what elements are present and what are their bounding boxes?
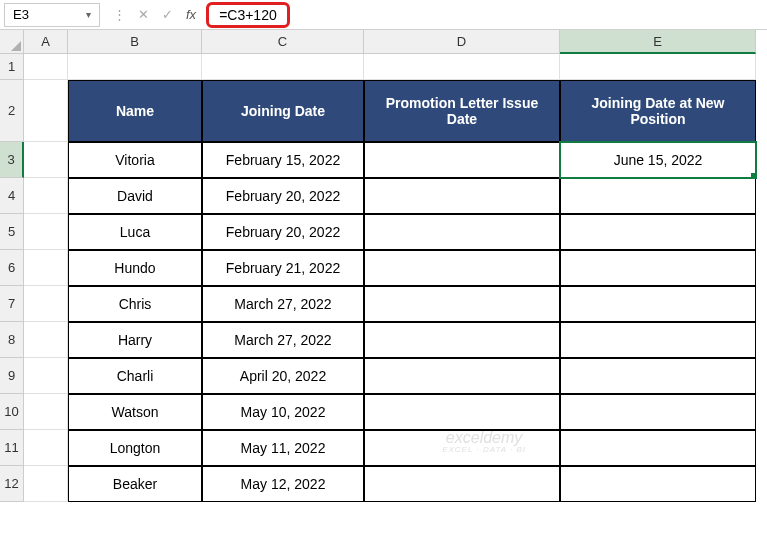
- cells-area: Name Joining Date Promotion Letter Issue…: [24, 54, 756, 502]
- fx-icon[interactable]: fx: [186, 7, 196, 22]
- row-header[interactable]: 2: [0, 80, 24, 142]
- table-cell-new-position[interactable]: [560, 250, 756, 286]
- table-cell-joining[interactable]: May 11, 2022: [202, 430, 364, 466]
- select-all-corner[interactable]: [0, 30, 24, 54]
- name-box[interactable]: E3 ▾: [4, 3, 100, 27]
- col-header-e[interactable]: E: [560, 30, 756, 54]
- table-cell-name[interactable]: Vitoria: [68, 142, 202, 178]
- table-cell-promotion[interactable]: [364, 322, 560, 358]
- table-cell-promotion[interactable]: [364, 466, 560, 502]
- table-cell-joining[interactable]: May 12, 2022: [202, 466, 364, 502]
- row-header[interactable]: 3: [0, 142, 24, 178]
- cell[interactable]: [364, 54, 560, 80]
- table-cell-promotion[interactable]: [364, 142, 560, 178]
- table-cell-promotion[interactable]: [364, 430, 560, 466]
- cell[interactable]: [24, 358, 68, 394]
- name-box-cell-ref: E3: [13, 7, 29, 22]
- table-cell-new-position[interactable]: [560, 214, 756, 250]
- table-cell-joining[interactable]: May 10, 2022: [202, 394, 364, 430]
- row-header[interactable]: 9: [0, 358, 24, 394]
- confirm-icon[interactable]: ✓: [158, 7, 176, 22]
- table-cell-new-position[interactable]: [560, 466, 756, 502]
- table-cell-promotion[interactable]: [364, 286, 560, 322]
- row-header[interactable]: 1: [0, 54, 24, 80]
- table-cell-joining[interactable]: February 15, 2022: [202, 142, 364, 178]
- table-cell-promotion[interactable]: [364, 250, 560, 286]
- table-cell-new-position[interactable]: [560, 322, 756, 358]
- table-cell-joining[interactable]: February 21, 2022: [202, 250, 364, 286]
- table-cell-promotion[interactable]: [364, 214, 560, 250]
- row-header[interactable]: 7: [0, 286, 24, 322]
- table-cell-joining[interactable]: March 27, 2022: [202, 286, 364, 322]
- row-header[interactable]: 4: [0, 178, 24, 214]
- row-header[interactable]: 11: [0, 430, 24, 466]
- table-cell-promotion[interactable]: [364, 178, 560, 214]
- table-cell-new-position[interactable]: [560, 358, 756, 394]
- cell[interactable]: [24, 466, 68, 502]
- table-cell-name[interactable]: Luca: [68, 214, 202, 250]
- cell[interactable]: [24, 430, 68, 466]
- table-cell-promotion[interactable]: [364, 394, 560, 430]
- formula-text: =C3+120: [219, 7, 277, 23]
- col-header-d[interactable]: D: [364, 30, 560, 54]
- row-header[interactable]: 5: [0, 214, 24, 250]
- table-cell-new-position[interactable]: [560, 178, 756, 214]
- table-cell-new-position[interactable]: June 15, 2022: [560, 142, 756, 178]
- cell[interactable]: [24, 80, 68, 142]
- table-header-joining[interactable]: Joining Date: [202, 80, 364, 142]
- table-header-new-position[interactable]: Joining Date at New Position: [560, 80, 756, 142]
- spreadsheet-grid: A B C D E 1 2 3 4 5 6 7 8 9 10 11 12: [0, 30, 767, 551]
- table-cell-name[interactable]: Longton: [68, 430, 202, 466]
- cell[interactable]: [24, 142, 68, 178]
- cell[interactable]: [24, 250, 68, 286]
- table-cell-name[interactable]: Harry: [68, 322, 202, 358]
- cell[interactable]: [24, 54, 68, 80]
- table-cell-name[interactable]: Chris: [68, 286, 202, 322]
- column-headers: A B C D E: [24, 30, 756, 54]
- cell[interactable]: [560, 54, 756, 80]
- table-header-name[interactable]: Name: [68, 80, 202, 142]
- table-header-promotion[interactable]: Promotion Letter Issue Date: [364, 80, 560, 142]
- col-header-a[interactable]: A: [24, 30, 68, 54]
- table-cell-joining[interactable]: February 20, 2022: [202, 214, 364, 250]
- cancel-icon[interactable]: ✕: [134, 7, 152, 22]
- cell[interactable]: [24, 286, 68, 322]
- formula-bar-buttons: ⋮ ✕ ✓: [110, 7, 176, 22]
- table-cell-joining[interactable]: February 20, 2022: [202, 178, 364, 214]
- table-cell-name[interactable]: Charli: [68, 358, 202, 394]
- sep-icon: ⋮: [110, 7, 128, 22]
- table-cell-joining[interactable]: March 27, 2022: [202, 322, 364, 358]
- row-header[interactable]: 10: [0, 394, 24, 430]
- cell[interactable]: [24, 322, 68, 358]
- cell[interactable]: [24, 178, 68, 214]
- table-cell-name[interactable]: Beaker: [68, 466, 202, 502]
- row-headers: 1 2 3 4 5 6 7 8 9 10 11 12: [0, 54, 24, 502]
- cell[interactable]: [24, 394, 68, 430]
- row-header[interactable]: 12: [0, 466, 24, 502]
- formula-bar: E3 ▾ ⋮ ✕ ✓ fx =C3+120: [0, 0, 767, 30]
- cell[interactable]: [24, 214, 68, 250]
- row-header[interactable]: 8: [0, 322, 24, 358]
- table-cell-joining[interactable]: April 20, 2022: [202, 358, 364, 394]
- chevron-down-icon[interactable]: ▾: [86, 9, 91, 20]
- col-header-b[interactable]: B: [68, 30, 202, 54]
- table-cell-new-position[interactable]: [560, 394, 756, 430]
- table-cell-new-position[interactable]: [560, 430, 756, 466]
- table-cell-name[interactable]: Watson: [68, 394, 202, 430]
- table-cell-new-position[interactable]: [560, 286, 756, 322]
- table-cell-name[interactable]: Hundo: [68, 250, 202, 286]
- col-header-c[interactable]: C: [202, 30, 364, 54]
- formula-input[interactable]: =C3+120: [206, 2, 290, 28]
- table-cell-name[interactable]: David: [68, 178, 202, 214]
- table-cell-promotion[interactable]: [364, 358, 560, 394]
- cell[interactable]: [202, 54, 364, 80]
- row-header[interactable]: 6: [0, 250, 24, 286]
- cell[interactable]: [68, 54, 202, 80]
